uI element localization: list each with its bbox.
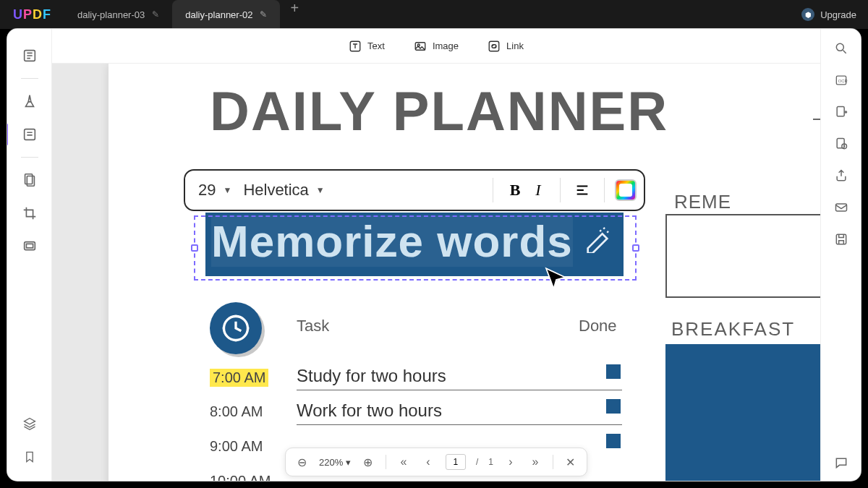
share-icon[interactable] — [833, 168, 849, 184]
align-left-icon — [574, 182, 590, 198]
cursor-icon — [541, 265, 571, 295]
page: DAILY PLANNER / Mon Tue Wed Thu Fri 29▼ — [109, 64, 820, 481]
svg-rect-18 — [836, 234, 846, 244]
prev-page-button[interactable]: ‹ — [421, 455, 435, 468]
add-link-label: Link — [506, 40, 524, 51]
tab-strip: daliy-planner-03 ✎ daliy-planner-02 ✎ + — [64, 0, 309, 29]
zoom-out-button[interactable]: ⊖ — [294, 455, 309, 469]
font-size-select[interactable]: 29▼ — [192, 181, 237, 200]
task-text: Work for two hours — [297, 401, 442, 421]
text-format-toolbar: 29▼ Helvetica▼ B I ⌄ — [184, 169, 645, 211]
sidebar-left — [7, 29, 52, 481]
page-nav-bar: ⊖ 220% ▾ ⊕ « ‹ / 1 › » ✕ — [285, 448, 587, 476]
svg-rect-17 — [835, 204, 846, 211]
column-header-done: Done — [579, 317, 617, 335]
page-title: DAILY PLANNER — [210, 80, 668, 142]
text-icon — [349, 40, 362, 53]
resize-handle-right[interactable] — [632, 244, 639, 252]
breakfast-box — [665, 344, 820, 481]
tab-label: daliy-planner-03 — [77, 9, 145, 20]
time-cell: 9:00 AM — [210, 438, 263, 455]
bold-button[interactable]: B — [503, 179, 527, 202]
column-header-task: Task — [297, 317, 329, 335]
pencil-icon: ✎ — [152, 9, 159, 20]
svg-text:OCR: OCR — [838, 79, 847, 83]
svg-rect-9 — [489, 41, 499, 51]
image-icon — [414, 40, 427, 53]
upgrade-badge-icon: ⬢ — [801, 8, 814, 21]
layers-icon[interactable] — [14, 408, 45, 439]
add-image-label: Image — [433, 40, 459, 51]
tab-label: daliy-planner-02 — [185, 9, 252, 20]
zoom-in-button[interactable]: ⊕ — [361, 455, 375, 469]
add-text-button[interactable]: Text — [349, 40, 385, 53]
svg-point-11 — [836, 43, 843, 51]
edit-tool-icon[interactable] — [14, 119, 45, 150]
document-viewport: Text Image Link DAILY PLANNER / — [52, 29, 820, 481]
done-checkbox[interactable] — [606, 399, 621, 414]
pencil-icon: ✎ — [260, 9, 267, 20]
page-number-input[interactable] — [446, 454, 466, 470]
add-text-label: Text — [367, 40, 385, 51]
done-checkbox[interactable] — [606, 364, 621, 379]
page-total: 1 — [488, 457, 493, 467]
edit-toolbar: Text Image Link — [52, 29, 820, 64]
tab-2[interactable]: daliy-planner-02 ✎ — [172, 0, 280, 29]
magic-pencil-icon — [583, 224, 612, 253]
svg-rect-15 — [837, 139, 844, 148]
task-text: Study for two hours — [297, 366, 446, 386]
ocr-icon[interactable]: OCR — [833, 72, 849, 88]
upgrade-label: Upgrade — [820, 9, 856, 20]
slideshow-icon[interactable] — [14, 231, 45, 262]
breakfast-label: BREAKFAST — [671, 318, 795, 341]
add-link-button[interactable]: Link — [488, 40, 524, 53]
main-window: Text Image Link DAILY PLANNER / — [7, 29, 861, 481]
time-cell: 8:00 AM — [210, 403, 263, 420]
bookmark-icon[interactable] — [14, 442, 45, 472]
last-page-button[interactable]: » — [528, 455, 542, 468]
chevron-down-icon: ▼ — [223, 185, 231, 195]
svg-rect-5 — [26, 244, 33, 248]
text-color-picker[interactable]: ⌄ — [615, 179, 637, 201]
export-icon[interactable] — [833, 104, 849, 120]
tab-1[interactable]: daliy-planner-03 ✎ — [64, 0, 172, 29]
page-tool-icon[interactable] — [14, 165, 45, 195]
done-checkbox[interactable] — [606, 434, 621, 448]
titlebar: UPDF daliy-planner-03 ✎ daliy-planner-02… — [0, 0, 868, 29]
protect-icon[interactable] — [833, 136, 849, 152]
email-icon[interactable] — [833, 200, 849, 215]
italic-button[interactable]: I — [527, 179, 550, 202]
task-row: Work for two hours — [297, 401, 622, 421]
app-logo: UPDF — [0, 7, 64, 22]
resize-handle-left[interactable] — [191, 244, 198, 252]
chevron-down-icon: ▼ — [316, 185, 325, 195]
crop-tool-icon[interactable] — [14, 198, 45, 228]
page-sep: / — [476, 457, 478, 467]
align-button[interactable] — [571, 179, 594, 202]
reader-mode-icon[interactable] — [14, 40, 45, 71]
zoom-level-select[interactable]: 220% ▾ — [319, 457, 351, 468]
time-cell: 7:00 AM — [210, 369, 268, 387]
upgrade-button[interactable]: ⬢ Upgrade — [801, 8, 868, 21]
first-page-button[interactable]: « — [396, 455, 411, 468]
search-icon[interactable] — [833, 40, 849, 56]
document-area[interactable]: DAILY PLANNER / Mon Tue Wed Thu Fri 29▼ — [52, 64, 820, 481]
save-icon[interactable] — [833, 231, 849, 247]
close-nav-button[interactable]: ✕ — [563, 455, 578, 469]
clock-icon — [210, 302, 262, 354]
date-day — [813, 90, 820, 120]
chat-icon[interactable] — [833, 455, 849, 471]
add-image-button[interactable]: Image — [414, 40, 459, 53]
task-row: Study for two hours — [297, 366, 622, 386]
svg-rect-14 — [837, 107, 844, 116]
new-tab-button[interactable]: + — [280, 0, 309, 29]
comment-tool-icon[interactable] — [14, 86, 45, 116]
font-family-select[interactable]: Helvetica▼ — [237, 181, 482, 200]
time-cell: 10:00 AM — [210, 473, 271, 481]
chevron-down-icon: ⌄ — [623, 186, 629, 195]
svg-rect-1 — [24, 129, 35, 140]
remember-box — [665, 214, 820, 298]
next-page-button[interactable]: › — [503, 455, 518, 468]
link-icon — [488, 40, 501, 53]
date-fields: / — [813, 90, 820, 120]
